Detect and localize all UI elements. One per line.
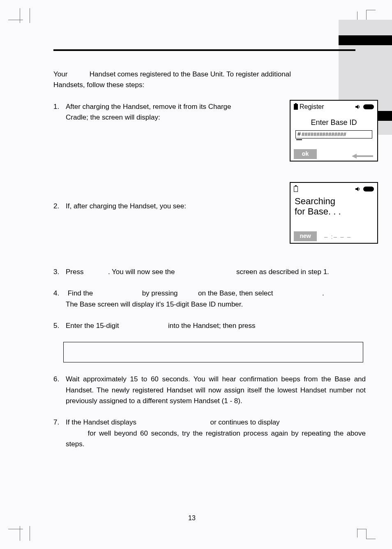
base-id-input: ################ xyxy=(295,130,372,138)
back-arrow-icon xyxy=(351,153,374,159)
page-number: 13 xyxy=(53,514,330,522)
section-rule xyxy=(53,49,355,51)
searching-line-1: Searching xyxy=(295,196,335,206)
step-3-b: . You will now see the xyxy=(108,268,175,276)
step-4-d: . xyxy=(322,289,324,297)
step-2: If, after charging the Handset, you see:… xyxy=(53,182,366,256)
step-7-c: for well beyond 60 seconds, try the regi… xyxy=(66,429,366,448)
step-5-a: Enter the 15-digit xyxy=(66,322,119,330)
intro-text-3: Handsets, follow these steps: xyxy=(53,81,144,89)
soft-key-ok: ok xyxy=(294,149,317,159)
step-4-c: on the Base, then select xyxy=(198,289,273,297)
signal-pill-icon xyxy=(363,187,374,191)
step-4-a: Find the xyxy=(68,289,93,297)
intro-text-2: Handset comes registered to the Base Uni… xyxy=(90,70,291,78)
step-1: After charging the Handset, remove it fr… xyxy=(53,101,366,171)
note-box xyxy=(63,342,363,362)
step-3: Press . You will now see the screen as d… xyxy=(53,267,366,277)
step-1-text: After charging the Handset, remove it fr… xyxy=(66,101,238,123)
steps-list-continued: Wait approximately 15 to 60 seconds. You… xyxy=(53,374,366,450)
page-content: Your Handset comes registered to the Bas… xyxy=(53,49,330,524)
lcd-body: Searching for Base. . . xyxy=(294,195,374,231)
speaker-icon xyxy=(355,104,361,109)
lcd-register-screen: Register Enter Base ID ################ xyxy=(290,100,378,161)
step-3-a: Press xyxy=(66,268,83,276)
time-placeholder: – :– – – xyxy=(324,232,351,241)
searching-line-2: for Base. . . xyxy=(295,206,341,217)
soft-key-new: new xyxy=(294,231,317,241)
lcd-status-bar: Register xyxy=(294,103,374,111)
step-6-text: Wait approximately 15 to 60 seconds. You… xyxy=(66,374,366,406)
battery-icon xyxy=(294,104,298,110)
step-7-a: If the Handset displays xyxy=(66,418,136,426)
step-3-c: screen as described in step 1. xyxy=(236,268,329,276)
lcd-body: Enter Base ID ################ xyxy=(294,113,374,149)
lcd-title: Register xyxy=(300,102,324,112)
speaker-icon xyxy=(355,187,361,191)
intro-text-1: Your xyxy=(53,70,67,78)
step-4-b: by pressing xyxy=(142,289,178,297)
steps-list: After charging the Handset, remove it fr… xyxy=(53,101,366,331)
intro-paragraph: Your Handset comes registered to the Bas… xyxy=(53,69,341,90)
step-5: Enter the 15-digit into the Handset; the… xyxy=(53,321,366,331)
battery-icon xyxy=(294,186,298,192)
lcd-softkeys: ok xyxy=(294,149,374,159)
step-5-b: into the Handset; then press xyxy=(168,322,256,330)
step-4: Find the by pressing on the Base, then s… xyxy=(53,288,366,310)
step-6: Wait approximately 15 to 60 seconds. You… xyxy=(53,374,366,406)
hash-first-char: # xyxy=(297,130,302,139)
enter-base-id-label: Enter Base ID xyxy=(294,117,374,129)
lcd-status-bar xyxy=(294,185,374,193)
signal-pill-icon xyxy=(363,104,374,109)
right-black-bar-1 xyxy=(339,35,392,45)
lcd-searching-screen: Searching for Base. . . new – :– – – xyxy=(290,182,378,244)
step-2-text: If, after charging the Handset, you see: xyxy=(66,201,238,212)
hash-rest: ############### xyxy=(302,130,346,138)
lcd-softkeys: new – :– – – xyxy=(294,231,374,241)
step-7-b: or continues to display xyxy=(210,418,279,426)
step-7: If the Handset displays or continues to … xyxy=(53,417,366,450)
step-4-line2: The Base screen will display it's 15-dig… xyxy=(66,300,243,308)
